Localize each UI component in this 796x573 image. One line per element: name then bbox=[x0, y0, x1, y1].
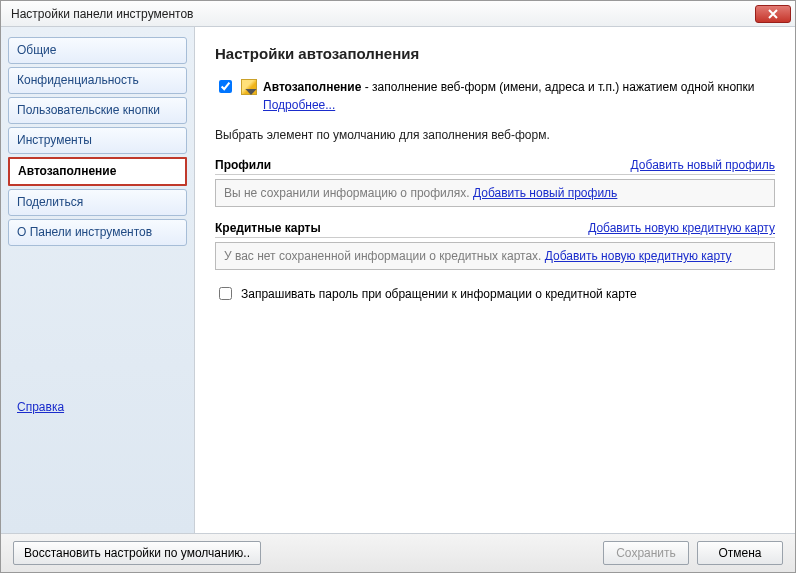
autofill-feature-row: Автозаполнение - заполнение веб-форм (им… bbox=[215, 78, 775, 114]
profiles-empty-add-link[interactable]: Добавить новый профиль bbox=[473, 186, 617, 200]
add-card-link[interactable]: Добавить новую кредитную карту bbox=[588, 221, 775, 235]
restore-defaults-button[interactable]: Восстановить настройки по умолчанию.. bbox=[13, 541, 261, 565]
help-link[interactable]: Справка bbox=[17, 400, 64, 414]
cards-empty-text: У вас нет сохраненной информации о креди… bbox=[224, 249, 545, 263]
cc-password-row: Запрашивать пароль при обращении к инфор… bbox=[215, 284, 775, 303]
close-icon bbox=[768, 9, 778, 19]
sidebar: Общие Конфиденциальность Пользовательски… bbox=[1, 27, 194, 534]
close-button[interactable] bbox=[755, 5, 791, 23]
default-element-desc: Выбрать элемент по умолчанию для заполне… bbox=[215, 128, 775, 142]
add-profile-link[interactable]: Добавить новый профиль bbox=[631, 158, 775, 172]
sidebar-item-custom-buttons[interactable]: Пользовательские кнопки bbox=[8, 97, 187, 124]
cards-title: Кредитные карты bbox=[215, 221, 321, 235]
content-panel: Настройки автозаполнения Автозаполнение … bbox=[194, 27, 795, 534]
page-title: Настройки автозаполнения bbox=[215, 45, 775, 62]
sidebar-item-autofill[interactable]: Автозаполнение bbox=[8, 157, 187, 186]
footer: Восстановить настройки по умолчанию.. Со… bbox=[1, 533, 795, 572]
profiles-empty-text: Вы не сохранили информацию о профилях. bbox=[224, 186, 473, 200]
sidebar-item-privacy[interactable]: Конфиденциальность bbox=[8, 67, 187, 94]
autofill-feature-name: Автозаполнение bbox=[263, 80, 361, 94]
profiles-header: Профили Добавить новый профиль bbox=[215, 158, 775, 175]
cc-password-checkbox[interactable] bbox=[219, 287, 232, 300]
pencil-icon bbox=[241, 79, 257, 95]
autofill-feature-text: Автозаполнение - заполнение веб-форм (им… bbox=[263, 78, 775, 114]
autofill-learn-more-link[interactable]: Подробнее... bbox=[263, 98, 335, 112]
window-title: Настройки панели инструментов bbox=[11, 7, 755, 21]
sidebar-item-tools[interactable]: Инструменты bbox=[8, 127, 187, 154]
save-button[interactable]: Сохранить bbox=[603, 541, 689, 565]
cards-empty-box: У вас нет сохраненной информации о креди… bbox=[215, 242, 775, 270]
sidebar-item-about[interactable]: О Панели инструментов bbox=[8, 219, 187, 246]
profiles-empty-box: Вы не сохранили информацию о профилях. Д… bbox=[215, 179, 775, 207]
autofill-checkbox[interactable] bbox=[219, 80, 232, 93]
cancel-button[interactable]: Отмена bbox=[697, 541, 783, 565]
cc-password-label: Запрашивать пароль при обращении к инфор… bbox=[241, 287, 637, 301]
titlebar: Настройки панели инструментов bbox=[1, 1, 795, 27]
sidebar-item-general[interactable]: Общие bbox=[8, 37, 187, 64]
profiles-title: Профили bbox=[215, 158, 271, 172]
autofill-feature-desc: - заполнение веб-форм (имени, адреса и т… bbox=[361, 80, 754, 94]
cards-header: Кредитные карты Добавить новую кредитную… bbox=[215, 221, 775, 238]
cards-empty-add-link[interactable]: Добавить новую кредитную карту bbox=[545, 249, 732, 263]
sidebar-item-share[interactable]: Поделиться bbox=[8, 189, 187, 216]
